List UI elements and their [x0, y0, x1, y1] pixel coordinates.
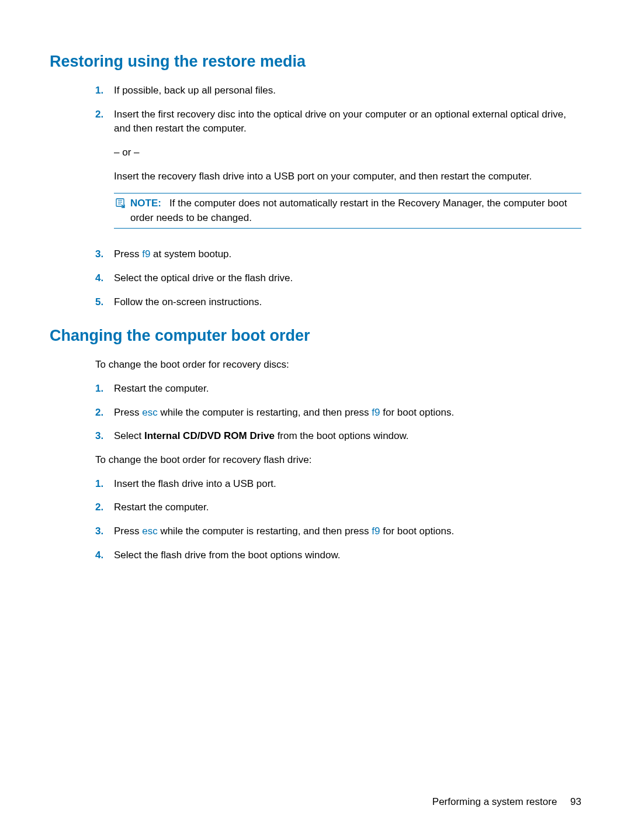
- list-text: Select Internal CD/DVD ROM Drive from th…: [114, 429, 581, 444]
- list-text: Select the flash drive from the boot opt…: [114, 548, 581, 563]
- list-text: Restart the computer.: [114, 500, 581, 515]
- boot-order-flash-list: 1. Insert the flash drive into a USB por…: [50, 477, 581, 563]
- text-post: at system bootup.: [150, 248, 231, 260]
- list-marker: 2.: [95, 406, 114, 420]
- list-marker: 3.: [95, 524, 114, 539]
- intro-discs: To change the boot order for recovery di…: [50, 358, 581, 372]
- list-item: 4. Select the flash drive from the boot …: [95, 548, 581, 563]
- list-marker: 1.: [95, 382, 114, 396]
- note-body: If the computer does not automatically r…: [130, 198, 567, 223]
- list-item: 1. Insert the flash drive into a USB por…: [95, 477, 581, 492]
- list-text: Press esc while the computer is restarti…: [114, 406, 581, 420]
- note-label: NOTE:: [130, 198, 161, 209]
- f9-key: f9: [372, 526, 380, 537]
- list-item: 3. Press f9 at system bootup.: [95, 247, 581, 262]
- list-item: 3. Press esc while the computer is resta…: [95, 524, 581, 539]
- text-post: from the boot options window.: [275, 430, 409, 441]
- page-footer: Performing a system restore 93: [432, 796, 581, 808]
- list-text: If possible, back up all personal files.: [114, 84, 581, 98]
- list-item: 2. Restart the computer.: [95, 500, 581, 515]
- or-separator: – or –: [114, 146, 581, 160]
- intro-flash: To change the boot order for recovery fl…: [50, 453, 581, 468]
- list-marker: 1.: [95, 84, 114, 98]
- boot-order-discs-list: 1. Restart the computer. 2. Press esc wh…: [50, 382, 581, 444]
- text-pre: Select: [114, 430, 144, 441]
- list-item: 2. Press esc while the computer is resta…: [95, 406, 581, 420]
- note-content: NOTE: If the computer does not automatic…: [130, 196, 581, 225]
- list-marker: 4.: [95, 548, 114, 563]
- text-post: for boot options.: [380, 526, 454, 537]
- heading-boot-order: Changing the computer boot order: [50, 327, 581, 345]
- f9-key: f9: [372, 407, 380, 418]
- note-box: NOTE: If the computer does not automatic…: [114, 193, 581, 229]
- list-marker: 4.: [95, 271, 114, 286]
- esc-key: esc: [142, 407, 157, 418]
- footer-section-title: Performing a system restore: [432, 796, 557, 807]
- esc-key: esc: [142, 526, 157, 537]
- text-mid: while the computer is restarting, and th…: [158, 526, 372, 537]
- drive-name: Internal CD/DVD ROM Drive: [144, 430, 275, 441]
- item2-alt: Insert the recovery flash drive into a U…: [114, 170, 581, 184]
- list-marker: 3.: [95, 429, 114, 444]
- list-marker: 5.: [95, 295, 114, 310]
- f9-key: f9: [142, 248, 150, 260]
- list-text: Insert the flash drive into a USB port.: [114, 477, 581, 492]
- text-mid: while the computer is restarting, and th…: [158, 407, 372, 418]
- page-content: Restoring using the restore media 1. If …: [0, 0, 631, 607]
- list-text: Follow the on-screen instructions.: [114, 295, 581, 310]
- list-text-block: Insert the first recovery disc into the …: [114, 108, 581, 238]
- text-pre: Press: [114, 248, 142, 260]
- list-marker: 2.: [95, 108, 114, 238]
- list-marker: 1.: [95, 477, 114, 492]
- restore-media-list: 1. If possible, back up all personal fil…: [50, 84, 581, 309]
- list-text: Restart the computer.: [114, 382, 581, 396]
- heading-restoring: Restoring using the restore media: [50, 53, 581, 71]
- note-icon: [114, 197, 127, 213]
- list-text: Select the optical drive or the flash dr…: [114, 271, 581, 286]
- list-item: 1. If possible, back up all personal fil…: [95, 84, 581, 98]
- page-number: 93: [570, 796, 581, 807]
- list-item: 5. Follow the on-screen instructions.: [95, 295, 581, 310]
- list-marker: 2.: [95, 500, 114, 515]
- text-pre: Press: [114, 407, 142, 418]
- list-item: 1. Restart the computer.: [95, 382, 581, 396]
- list-text: Press f9 at system bootup.: [114, 247, 581, 262]
- list-item: 3. Select Internal CD/DVD ROM Drive from…: [95, 429, 581, 444]
- text-post: for boot options.: [380, 407, 454, 418]
- item2-main: Insert the first recovery disc into the …: [114, 108, 581, 136]
- list-marker: 3.: [95, 247, 114, 262]
- text-pre: Press: [114, 526, 142, 537]
- list-item: 2. Insert the first recovery disc into t…: [95, 108, 581, 238]
- list-item: 4. Select the optical drive or the flash…: [95, 271, 581, 286]
- list-text: Press esc while the computer is restarti…: [114, 524, 581, 539]
